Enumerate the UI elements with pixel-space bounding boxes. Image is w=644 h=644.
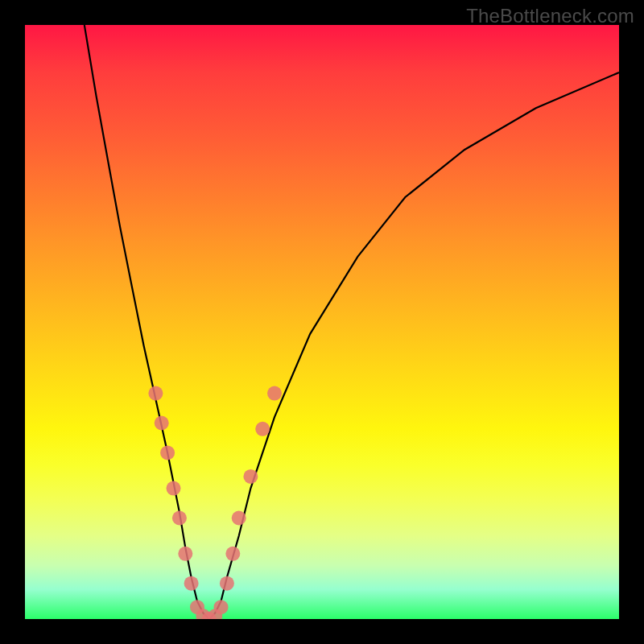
highlight-dot: [220, 576, 234, 591]
highlight-dot: [232, 511, 246, 526]
bottleneck-curve: [85, 25, 619, 619]
highlight-dot: [214, 600, 229, 614]
highlight-dot: [172, 511, 187, 526]
highlight-dot: [167, 481, 181, 496]
highlight-dot: [160, 445, 175, 460]
highlight-dot: [243, 469, 258, 484]
highlight-dot: [184, 576, 199, 591]
chart-frame: TheBottleneck.com: [0, 0, 644, 644]
highlight-dot: [148, 386, 163, 401]
watermark-text: TheBottleneck.com: [466, 5, 634, 27]
highlight-dot: [255, 422, 270, 436]
chart-svg: [25, 25, 619, 619]
chart-plot-area: [25, 25, 619, 619]
highlight-dot: [178, 547, 192, 561]
highlight-dot: [155, 416, 169, 431]
highlight-dot: [267, 386, 282, 401]
highlight-dot: [225, 547, 240, 561]
highlight-dots: [148, 386, 282, 619]
